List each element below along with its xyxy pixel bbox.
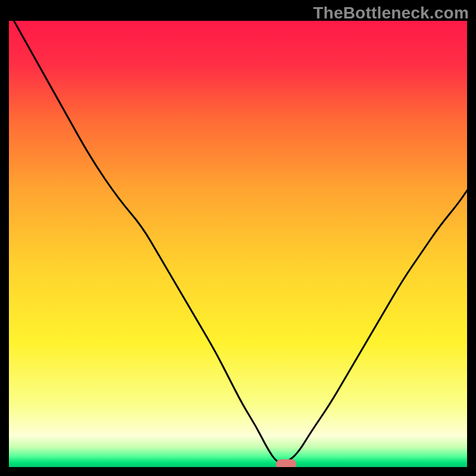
watermark-text: TheBottleneck.com (313, 4, 469, 23)
plot-area (9, 21, 467, 467)
chart-frame: TheBottleneck.com (0, 0, 476, 476)
optimal-marker (276, 459, 296, 467)
bottleneck-curve (9, 21, 467, 467)
